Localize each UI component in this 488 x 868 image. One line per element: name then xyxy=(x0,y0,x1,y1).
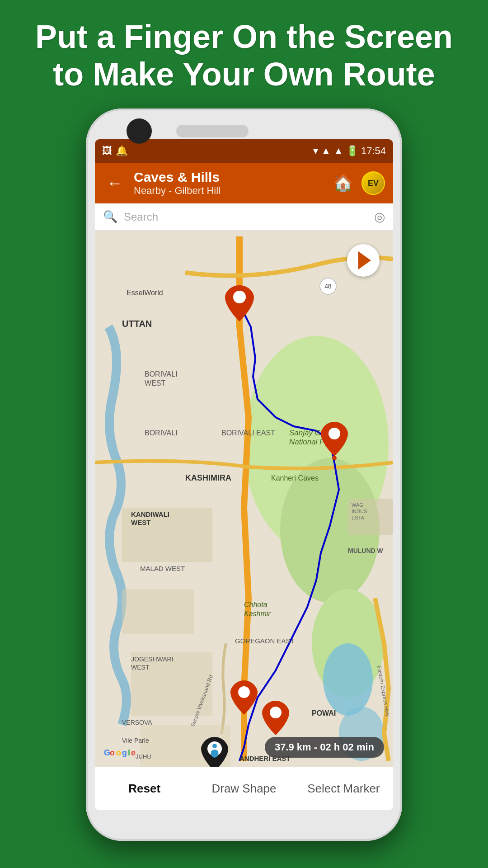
phone-mockup: 🖼 🔔 ▾ ▲ ▲ 🔋 17:54 ← Caves & Hills Nearby… xyxy=(86,108,402,841)
headline: Put a Finger On the Screen to Make Your … xyxy=(0,18,488,93)
svg-text:Chhota: Chhota xyxy=(244,601,267,609)
svg-text:WEST: WEST xyxy=(131,519,150,526)
svg-rect-7 xyxy=(122,589,194,634)
svg-text:Vile Parle: Vile Parle xyxy=(122,737,149,744)
header-title: Caves & Hills xyxy=(134,170,324,185)
status-right-icons: ▾ ▲ ▲ 🔋 17:54 xyxy=(313,145,386,157)
svg-point-54 xyxy=(212,744,217,748)
svg-text:l: l xyxy=(128,748,130,757)
play-button[interactable] xyxy=(347,244,380,277)
map-svg: UTTAN KASHIMIRA BORIVALI WEST BORIVALI B… xyxy=(95,231,393,767)
home-icon: 🏠 xyxy=(333,174,353,193)
search-icon: 🔍 xyxy=(103,210,117,224)
svg-point-48 xyxy=(233,291,246,303)
bottom-toolbar: Reset Draw Shape Select Marker xyxy=(95,767,393,810)
header-subtitle: Nearby - Gilbert Hill xyxy=(134,185,324,197)
svg-text:MALAD WEST: MALAD WEST xyxy=(140,565,185,572)
svg-text:e: e xyxy=(131,748,136,757)
svg-text:KASHIMIRA: KASHIMIRA xyxy=(185,473,231,482)
svg-point-50 xyxy=(332,456,337,460)
svg-text:INDUS: INDUS xyxy=(352,509,367,514)
svg-text:G: G xyxy=(104,748,110,757)
draw-shape-button[interactable]: Draw Shape xyxy=(194,767,294,810)
svg-text:BORIVALI: BORIVALI xyxy=(145,429,178,437)
battery-icon: 🔋 xyxy=(346,145,358,157)
svg-text:BORIVALI EAST: BORIVALI EAST xyxy=(221,429,275,437)
image-icon: 🖼 xyxy=(102,145,112,157)
header-title-block: Caves & Hills Nearby - Gilbert Hill xyxy=(134,170,324,197)
svg-text:g: g xyxy=(122,748,127,757)
svg-text:Kashmir: Kashmir xyxy=(244,610,271,618)
svg-text:WAG: WAG xyxy=(352,502,363,508)
svg-text:Kanheri Caves: Kanheri Caves xyxy=(271,474,319,482)
play-icon xyxy=(358,251,371,269)
svg-text:BORIVALI: BORIVALI xyxy=(145,370,178,378)
svg-text:MULUND W: MULUND W xyxy=(348,547,384,554)
svg-text:KANDIWALI: KANDIWALI xyxy=(131,510,169,518)
phone-speaker xyxy=(176,125,249,137)
search-bar: 🔍 Search ◎ xyxy=(95,203,393,231)
notification-icon: 🔔 xyxy=(116,145,128,157)
distance-badge: 37.9 km - 02 h 02 min xyxy=(265,737,384,758)
svg-text:WEST: WEST xyxy=(131,664,150,671)
svg-text:o: o xyxy=(116,748,121,757)
reset-button[interactable]: Reset xyxy=(95,767,194,810)
svg-text:VERSOVA: VERSOVA xyxy=(122,719,152,726)
ev-badge[interactable]: EV xyxy=(361,171,385,195)
svg-text:ESTA: ESTA xyxy=(352,515,365,520)
svg-point-51 xyxy=(238,686,250,698)
phone-screen: 🖼 🔔 ▾ ▲ ▲ 🔋 17:54 ← Caves & Hills Nearby… xyxy=(95,139,393,810)
svg-point-49 xyxy=(328,428,340,439)
back-button[interactable]: ← xyxy=(103,170,127,196)
svg-text:48: 48 xyxy=(324,283,332,290)
location-icon[interactable]: ◎ xyxy=(374,209,385,224)
select-marker-label: Select Marker xyxy=(307,782,380,796)
svg-text:JUHU: JUHU xyxy=(136,753,151,760)
svg-text:UTTAN: UTTAN xyxy=(122,319,152,329)
svg-point-4 xyxy=(323,643,373,716)
map-area[interactable]: UTTAN KASHIMIRA BORIVALI WEST BORIVALI B… xyxy=(95,231,393,767)
svg-text:o: o xyxy=(110,748,115,757)
time-display: 17:54 xyxy=(361,145,386,157)
svg-point-52 xyxy=(270,707,282,718)
svg-text:JOGESHWARI: JOGESHWARI xyxy=(131,656,174,663)
signal-bar-icon: ▲ xyxy=(321,145,331,157)
home-button[interactable]: 🏠 xyxy=(331,171,355,195)
svg-text:WEST: WEST xyxy=(145,379,165,387)
headline-line2: to Make Your Own Route xyxy=(53,56,435,92)
signal-bar2-icon: ▲ xyxy=(333,145,343,157)
wifi-icon: ▾ xyxy=(313,145,318,157)
svg-text:POWAI: POWAI xyxy=(312,709,336,717)
search-input[interactable]: Search xyxy=(124,211,368,223)
reset-label: Reset xyxy=(128,782,160,796)
header-icons: 🏠 EV xyxy=(331,171,385,195)
headline-line1: Put a Finger On the Screen xyxy=(35,19,453,55)
app-header: ← Caves & Hills Nearby - Gilbert Hill 🏠 … xyxy=(95,163,393,203)
svg-text:EsselWorld: EsselWorld xyxy=(127,289,163,297)
phone-camera xyxy=(127,118,152,144)
svg-text:GOREGAON EAST: GOREGAON EAST xyxy=(235,637,295,645)
select-marker-button[interactable]: Select Marker xyxy=(294,767,393,810)
draw-shape-label: Draw Shape xyxy=(211,782,276,796)
status-left-icons: 🖼 🔔 xyxy=(102,145,128,157)
